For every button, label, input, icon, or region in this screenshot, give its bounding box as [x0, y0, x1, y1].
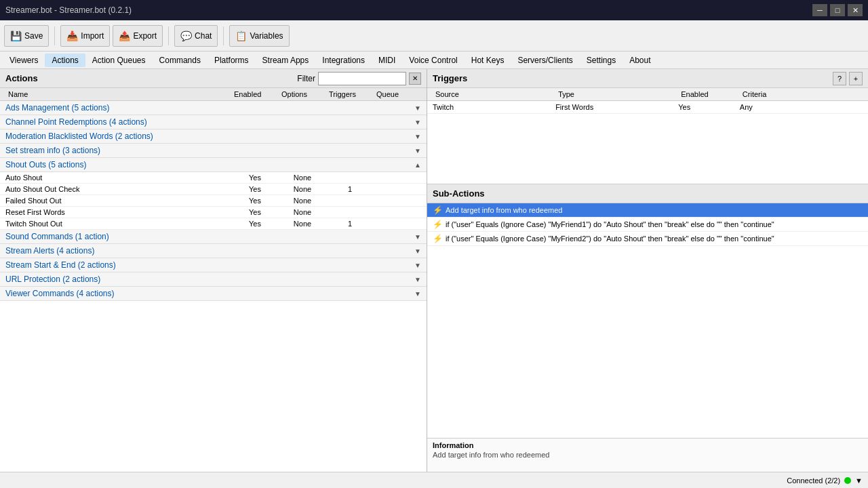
action-triggers: 1 — [326, 220, 374, 228]
group-label: Viewer Commands (4 actions) — [5, 289, 115, 298]
group-chevron: ▲ — [414, 161, 421, 169]
group-chevron: ▼ — [414, 147, 421, 155]
triggers-add-button[interactable]: + — [849, 72, 863, 85]
export-button[interactable]: 📤 Export — [113, 25, 163, 47]
import-label: Import — [81, 31, 104, 41]
action-name: Failed Shout Out — [5, 197, 231, 205]
action-group-channel[interactable]: Channel Point Redemptions (4 actions) ▼ — [0, 115, 427, 129]
subaction-text: if ("user" Equals (Ignore Case) "MyFrien… — [446, 235, 774, 243]
triggers-controls: ? + — [833, 72, 863, 85]
action-row[interactable]: Auto Shout Out Check Yes None 1 — [0, 184, 427, 195]
col-enabled: Enabled — [231, 89, 279, 99]
menu-item-integrations[interactable]: Integrations — [315, 54, 372, 67]
menu-item-stream-apps[interactable]: Stream Apps — [256, 54, 316, 67]
save-button[interactable]: 💾 Save — [4, 25, 49, 47]
action-group-stream-alerts[interactable]: Stream Alerts (4 actions) ▼ — [0, 244, 427, 258]
main-content: Actions Filter ✕ Name Enabled Options Tr… — [0, 69, 868, 472]
trigger-row[interactable]: Twitch First Words Yes Any — [427, 101, 868, 114]
menu-item-actions[interactable]: Actions — [45, 54, 85, 67]
subaction-icon: ⚡ — [433, 205, 443, 215]
actions-header: Actions Filter ✕ — [0, 69, 427, 88]
action-row[interactable]: Reset First Words Yes None — [0, 207, 427, 218]
trigger-col-criteria: Criteria — [740, 89, 863, 99]
action-group-viewer-commands[interactable]: Viewer Commands (4 actions) ▼ — [0, 287, 427, 301]
triggers-table-header: Source Type Enabled Criteria — [427, 88, 868, 101]
chat-label: Chat — [195, 31, 212, 41]
menu-item-commands[interactable]: Commands — [153, 54, 208, 67]
action-row[interactable]: Failed Shout Out Yes None — [0, 195, 427, 207]
group-label: Channel Point Redemptions (4 actions) — [5, 117, 147, 127]
filter-clear-button[interactable]: ✕ — [409, 73, 421, 85]
window-controls: ─ □ ✕ — [812, 4, 863, 16]
menu-item-action-queues[interactable]: Action Queues — [85, 54, 153, 67]
group-label: Stream Alerts (4 actions) — [5, 246, 94, 256]
subaction-icon: ⚡ — [433, 234, 443, 243]
status-bar: Connected (2/2) ▼ — [0, 472, 868, 488]
action-row[interactable]: Auto Shout Yes None — [0, 172, 427, 184]
trigger-criteria: Any — [740, 103, 863, 111]
action-group-sound-commands[interactable]: Sound Commands (1 action) ▼ — [0, 230, 427, 244]
subaction-row[interactable]: ⚡ if ("user" Equals (Ignore Case) "MyFri… — [427, 232, 868, 246]
subactions-header: Sub-Actions — [427, 184, 868, 203]
triggers-help-button[interactable]: ? — [833, 72, 846, 85]
action-group-stream-info[interactable]: Set stream info (3 actions) ▼ — [0, 144, 427, 158]
action-group-url-protection[interactable]: URL Protection (2 actions) ▼ — [0, 272, 427, 287]
action-name: Auto Shout — [5, 174, 231, 182]
actions-list: Ads Management (5 actions) ▼Channel Poin… — [0, 101, 427, 472]
close-button[interactable]: ✕ — [848, 4, 863, 16]
filter-area: Filter ✕ — [297, 72, 421, 85]
action-name: Auto Shout Out Check — [5, 185, 231, 193]
action-group-shout-outs[interactable]: Shout Outs (5 actions) ▲ — [0, 158, 427, 172]
menu-item-viewers[interactable]: Viewers — [3, 54, 45, 67]
group-label: Shout Outs (5 actions) — [5, 160, 86, 169]
subaction-icon: ⚡ — [433, 220, 443, 229]
action-group-ads[interactable]: Ads Management (5 actions) ▼ — [0, 101, 427, 115]
menu-item-about[interactable]: About — [623, 54, 657, 67]
action-group-moderation[interactable]: Moderation Blacklisted Words (2 actions)… — [0, 129, 427, 144]
group-label: Moderation Blacklisted Words (2 actions) — [5, 131, 153, 141]
group-chevron: ▼ — [414, 233, 421, 241]
subactions-section: Sub-Actions ⚡ Add target info from who r… — [427, 184, 868, 472]
action-group-stream-start-end[interactable]: Stream Start & End (2 actions) ▼ — [0, 258, 427, 272]
action-options: None — [279, 220, 326, 228]
action-row[interactable]: Twitch Shout Out Yes None 1 — [0, 218, 427, 230]
trigger-col-enabled: Enabled — [678, 89, 740, 99]
import-icon: 📥 — [66, 30, 78, 41]
menu-item-servers-clients[interactable]: Servers/Clients — [511, 54, 579, 67]
toolbar-separator-2 — [168, 26, 169, 45]
group-chevron: ▼ — [414, 290, 421, 298]
group-chevron: ▼ — [414, 247, 421, 255]
triggers-title: Triggers — [433, 73, 467, 83]
chat-button[interactable]: 💬 Chat — [174, 25, 218, 47]
maximize-button[interactable]: □ — [830, 4, 845, 16]
import-button[interactable]: 📥 Import — [60, 25, 110, 47]
minimize-button[interactable]: ─ — [812, 4, 827, 16]
trigger-type: First Words — [555, 103, 678, 111]
subaction-row[interactable]: ⚡ Add target info from who redeemed — [427, 203, 868, 218]
action-enabled: Yes — [231, 220, 279, 228]
actions-panel: Actions Filter ✕ Name Enabled Options Tr… — [0, 69, 427, 472]
group-label: Stream Start & End (2 actions) — [5, 260, 116, 270]
action-enabled: Yes — [231, 208, 279, 216]
action-options: None — [279, 185, 326, 193]
menu-item-voice-control[interactable]: Voice Control — [402, 54, 464, 67]
menu-item-platforms[interactable]: Platforms — [208, 54, 256, 67]
menu-item-hot-keys[interactable]: Hot Keys — [465, 54, 511, 67]
menu-item-midi[interactable]: MIDI — [372, 54, 402, 67]
filter-label: Filter — [297, 74, 315, 83]
action-triggers: 1 — [326, 185, 374, 193]
window-title: Streamer.bot - Streamer.bot (0.2.1) — [5, 5, 132, 15]
subactions-title: Sub-Actions — [433, 188, 485, 199]
menu-item-settings[interactable]: Settings — [580, 54, 623, 67]
action-name: Twitch Shout Out — [5, 220, 231, 228]
group-label: URL Protection (2 actions) — [5, 274, 100, 284]
subaction-text: Add target info from who redeemed — [446, 206, 562, 214]
action-enabled: Yes — [231, 174, 279, 182]
variables-button[interactable]: 📋 Variables — [229, 25, 289, 47]
save-label: Save — [24, 31, 43, 41]
filter-input[interactable] — [318, 72, 406, 85]
col-name: Name — [5, 89, 231, 99]
subaction-row[interactable]: ⚡ if ("user" Equals (Ignore Case) "MyFri… — [427, 218, 868, 232]
toolbar-separator-3 — [223, 26, 224, 45]
export-label: Export — [133, 31, 157, 41]
